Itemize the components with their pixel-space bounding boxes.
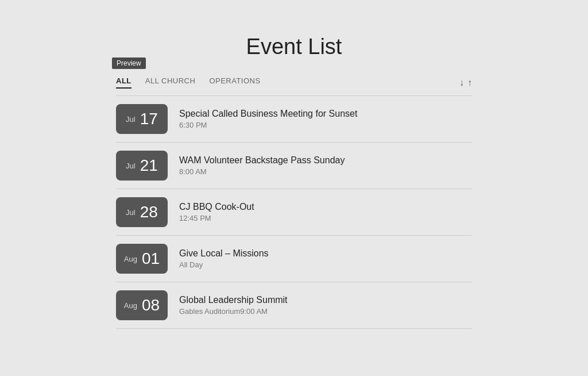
event-meta: 6:30 PM [179, 121, 357, 129]
event-details: Special Called Business Meeting for Suns… [179, 109, 357, 129]
event-item[interactable]: Jul 28 CJ BBQ Cook-Out 12:45 PM [116, 189, 472, 236]
filter-tabs: ALL ALL CHURCH OPERATIONS [116, 76, 459, 89]
event-title: Give Local – Missions [179, 248, 269, 259]
date-month: Jul [126, 115, 136, 124]
event-title: WAM Volunteer Backstage Pass Sunday [179, 155, 345, 166]
filter-tab-operations[interactable]: OPERATIONS [209, 76, 260, 89]
date-badge: Jul 21 [116, 151, 168, 181]
filter-tab-all-church[interactable]: ALL CHURCH [145, 76, 196, 89]
filter-bar: ALL ALL CHURCH OPERATIONS ↓ ↑ [116, 76, 472, 96]
date-badge: Aug 01 [116, 244, 168, 274]
event-meta: Gables Auditorium9:00 AM [179, 307, 288, 316]
content-area: ALL ALL CHURCH OPERATIONS ↓ ↑ Jul 17 Spe… [116, 76, 472, 329]
date-month: Jul [126, 162, 136, 170]
sort-icons: ↓ ↑ [459, 78, 472, 88]
event-item[interactable]: Aug 01 Give Local – Missions All Day [116, 236, 472, 282]
event-item[interactable]: Jul 17 Special Called Business Meeting f… [116, 96, 472, 143]
event-item[interactable]: Jul 21 WAM Volunteer Backstage Pass Sund… [116, 143, 472, 189]
event-title: CJ BBQ Cook-Out [179, 202, 254, 212]
date-day: 01 [142, 250, 160, 268]
sort-ascending-icon[interactable]: ↑ [467, 78, 472, 88]
filter-tab-all[interactable]: ALL [116, 76, 131, 89]
date-badge: Jul 28 [116, 197, 168, 227]
date-day: 21 [140, 156, 158, 175]
event-details: WAM Volunteer Backstage Pass Sunday 8:00… [179, 155, 345, 176]
event-title: Global Leadership Summit [179, 295, 288, 305]
date-badge: Jul 17 [116, 104, 168, 134]
date-month: Jul [126, 208, 136, 217]
event-meta: 8:00 AM [179, 167, 345, 176]
event-details: Give Local – Missions All Day [179, 248, 269, 269]
sort-descending-icon[interactable]: ↓ [459, 78, 464, 88]
event-details: Global Leadership Summit Gables Auditori… [179, 295, 288, 316]
preview-badge: Preview [112, 57, 146, 69]
event-title: Special Called Business Meeting for Suns… [179, 109, 357, 119]
date-day: 08 [142, 296, 160, 314]
date-day: 17 [140, 110, 158, 128]
date-badge: Aug 08 [116, 290, 168, 320]
event-meta: All Day [179, 260, 269, 269]
date-month: Aug [124, 255, 137, 263]
page-wrapper: Preview Event List ALL ALL CHURCH OPERAT… [0, 0, 588, 376]
date-month: Aug [124, 301, 137, 310]
date-day: 28 [140, 203, 158, 221]
event-item[interactable]: Aug 08 Global Leadership Summit Gables A… [116, 282, 472, 329]
event-list: Jul 17 Special Called Business Meeting f… [116, 96, 472, 329]
event-meta: 12:45 PM [179, 214, 254, 222]
event-details: CJ BBQ Cook-Out 12:45 PM [179, 202, 254, 222]
page-title: Event List [246, 34, 342, 59]
